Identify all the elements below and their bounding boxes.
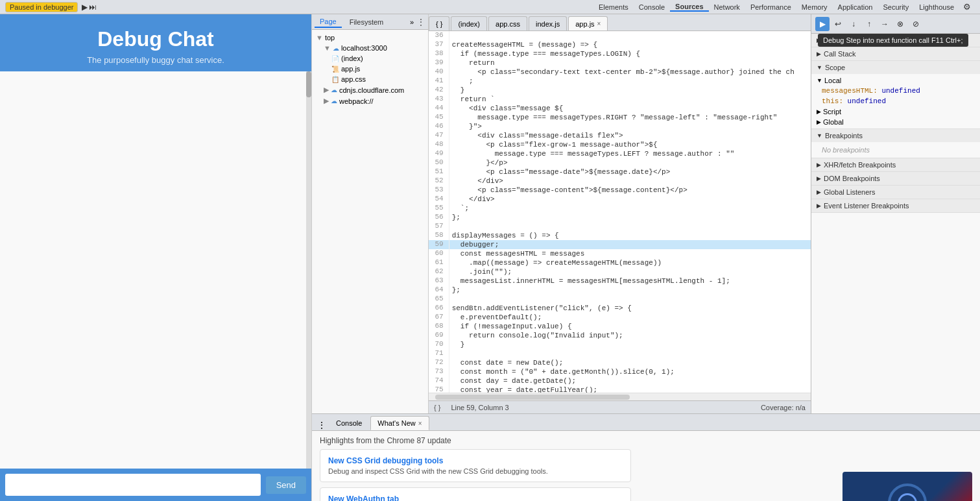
dom-breakpoints-header[interactable]: ▶ DOM Breakpoints <box>811 172 980 185</box>
code-line-47: 47 <div class="message-details flex"> <box>429 131 811 140</box>
bottom-tabs: ⋮ Console What's New × <box>312 414 980 431</box>
line-code: <p class="secondary-text text-center mb-… <box>449 67 811 77</box>
whatsnew-tab-close[interactable]: × <box>418 420 422 427</box>
callstack-label: Call Stack <box>824 50 856 58</box>
subtab-filesystem[interactable]: Filesystem <box>344 17 389 27</box>
appjs-tab-close[interactable]: × <box>597 20 601 27</box>
scope-expand-icon: ▼ <box>817 64 822 71</box>
src-tab-curly[interactable]: { } <box>429 16 449 31</box>
step-out-button[interactable]: ↑ <box>862 17 876 31</box>
devtools-step-icon[interactable]: ⏭ <box>89 3 97 12</box>
section-callstack: ▶ Call Stack <box>811 47 980 61</box>
event-breakpoints-label: Event Listener Breakpoints <box>824 202 909 210</box>
line-code: }; <box>449 213 811 222</box>
line-code: messagesList.innerHTML = messagesHTML[me… <box>449 276 811 286</box>
line-code: }</p> <box>449 158 811 167</box>
step-into-button[interactable]: ↓ <box>846 17 861 31</box>
dt-tab-network[interactable]: Network <box>709 3 745 11</box>
ft-row-appcss[interactable]: 📋 app.css <box>312 74 428 84</box>
global-listeners-header[interactable]: ▶ Global Listeners <box>811 186 980 199</box>
subtab-page[interactable]: Page <box>315 16 342 28</box>
code-line-51: 51 <p class="message-date">${message.dat… <box>429 167 811 177</box>
script-header[interactable]: ▶ Script <box>811 106 980 117</box>
line-number: 43 <box>429 95 449 104</box>
bottom-tab-dots[interactable]: ⋮ <box>315 420 329 430</box>
css-file-icon: 📋 <box>331 76 339 83</box>
ft-row-index[interactable]: 📄 (index) <box>312 53 428 64</box>
chat-input[interactable] <box>5 474 261 496</box>
src-tab-indexjs[interactable]: index.js <box>529 16 567 31</box>
webauthn-card-title[interactable]: New WebAuthn tab <box>328 495 623 501</box>
global-expand-icon: ▶ <box>817 119 821 125</box>
code-line-66: 66sendBtn.addEventListener("click", (e) … <box>429 304 811 313</box>
line-number: 48 <box>429 140 449 149</box>
local-thisvar: this: undefined <box>811 96 980 106</box>
index-tab-label: (index) <box>458 20 480 28</box>
localhost-label: localhost:3000 <box>341 44 387 52</box>
ft-row-cdnjs[interactable]: ▶ ☁ cdnjs.cloudflare.com <box>312 84 428 95</box>
vertical-dots-icon[interactable]: ⋮ <box>416 17 425 27</box>
status-coverage: Coverage: n/a <box>761 404 806 411</box>
xhr-breakpoints-header[interactable]: ▶ XHR/fetch Breakpoints <box>811 158 980 171</box>
step-over-button[interactable]: ↩ <box>831 17 845 31</box>
line-code: .join(""); <box>449 267 811 276</box>
highlights-title: Highlights from the Chrome 87 update <box>320 436 972 445</box>
webpack-label: webpack:// <box>339 97 374 105</box>
line-number: 42 <box>429 86 449 95</box>
dt-tab-performance[interactable]: Performance <box>745 3 796 11</box>
cssgrid-card-title[interactable]: New CSS Grid debugging tools <box>328 456 623 465</box>
ft-row-webpack[interactable]: ▶ ☁ webpack:// <box>312 95 428 106</box>
devtools-play-icon[interactable]: ▶ <box>82 3 88 12</box>
app-subtitle: The purposefully buggy chat service. <box>13 55 298 65</box>
send-button[interactable]: Send <box>266 476 306 494</box>
line-code: return console.log("Invalid input"); <box>449 331 811 340</box>
event-breakpoints-expand-icon: ▶ <box>817 202 821 209</box>
src-tab-index[interactable]: (index) <box>451 16 487 31</box>
scrollbar-horizontal-thumb[interactable] <box>435 395 630 400</box>
step-button[interactable]: → <box>878 17 892 31</box>
deactivate-breakpoints-button[interactable]: ⊗ <box>893 17 907 31</box>
dt-tab-security[interactable]: Security <box>878 3 914 11</box>
ft-row-localhost[interactable]: ▼ ☁ localhost:3000 <box>312 43 428 53</box>
gear-icon[interactable]: ⚙ <box>959 2 975 12</box>
folder-label: top <box>325 34 335 42</box>
dt-tab-elements[interactable]: Elements <box>593 3 634 11</box>
btm-tab-whatsnew[interactable]: What's New × <box>370 416 429 430</box>
dt-tab-sources[interactable]: Sources <box>670 3 708 12</box>
dom-label: DOM Breakpoints <box>824 175 880 182</box>
code-editor[interactable]: 3637createMessageHTML = (message) => {38… <box>429 31 811 393</box>
btm-tab-console[interactable]: Console <box>329 416 369 430</box>
ft-row-top[interactable]: ▼ top <box>312 32 428 43</box>
src-tab-appcss[interactable]: app.css <box>488 16 527 31</box>
line-number: 71 <box>429 349 449 358</box>
resume-button[interactable]: ▶ <box>815 17 830 31</box>
src-tab-appjs[interactable]: app.js × <box>568 16 608 31</box>
dt-tab-application[interactable]: Application <box>833 3 878 11</box>
code-line-45: 45 message.type === messageTypes.RIGHT ?… <box>429 113 811 122</box>
pause-exceptions-button[interactable]: ⊘ <box>909 17 923 31</box>
line-code: return <box>449 58 811 67</box>
global-header[interactable]: ▶ Global <box>811 117 980 127</box>
event-breakpoints-header[interactable]: ▶ Event Listener Breakpoints <box>811 199 980 212</box>
ft-row-appjs[interactable]: 📜 app.js <box>312 64 428 74</box>
file-tree: ▼ top ▼ ☁ localhost:3000 📄 (index) <box>312 30 429 109</box>
horizontal-scrollbar[interactable] <box>429 393 811 400</box>
local-expand-icon: ▼ <box>817 77 822 84</box>
line-number: 49 <box>429 149 449 158</box>
local-header[interactable]: ▼ Local <box>811 75 980 86</box>
whatsnew-tab-label: What's New <box>377 419 415 427</box>
scrollbar-track[interactable] <box>306 71 311 469</box>
scope-header[interactable]: ▼ Scope <box>811 61 980 74</box>
section-breakpoints: ▼ Breakpoints No breakpoints <box>811 129 980 158</box>
scrollbar-thumb[interactable] <box>306 71 311 97</box>
more-tabs-icon[interactable]: » <box>410 18 414 26</box>
dt-tab-memory[interactable]: Memory <box>796 3 833 11</box>
dt-tab-lighthouse[interactable]: Lighthouse <box>914 3 959 11</box>
source-panel: Page Filesystem » ⋮ ▼ top ▼ ☁ <box>312 14 811 413</box>
callstack-header[interactable]: ▶ Call Stack <box>811 47 980 60</box>
line-code: }"> <box>449 122 811 131</box>
dt-tab-console[interactable]: Console <box>634 3 670 11</box>
line-number: 64 <box>429 286 449 295</box>
breakpoints-header[interactable]: ▼ Breakpoints <box>811 129 980 142</box>
line-number: 39 <box>429 58 449 67</box>
